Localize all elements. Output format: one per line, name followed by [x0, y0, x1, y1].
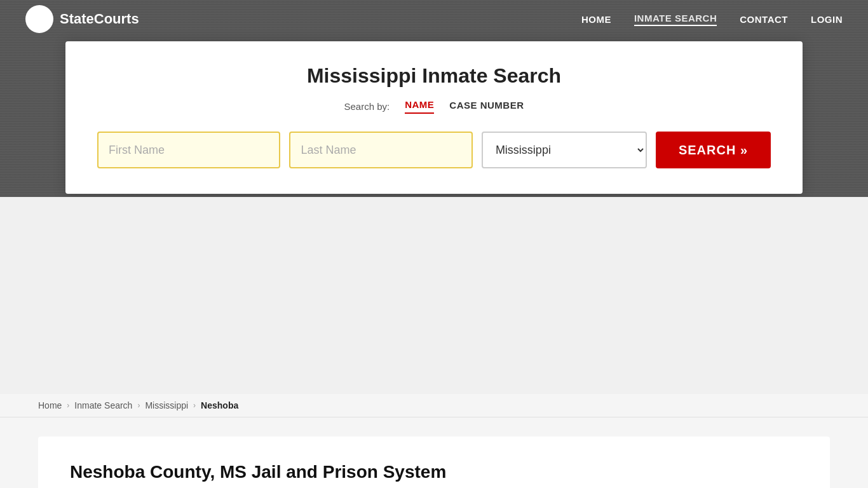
breadcrumb-inmate-search[interactable]: Inmate Search — [74, 400, 132, 410]
main-content: Neshoba County, MS Jail and Prison Syste… — [0, 417, 868, 488]
breadcrumb-sep-1: › — [67, 401, 69, 410]
breadcrumb-state[interactable]: Mississippi — [145, 400, 188, 410]
navbar: 🏛 StateCourts HOME INMATE SEARCH CONTACT… — [0, 0, 868, 38]
breadcrumb-current: Neshoba — [201, 400, 238, 410]
first-name-input[interactable] — [97, 132, 280, 168]
logo-link[interactable]: 🏛 StateCourts — [25, 5, 139, 33]
nav-home[interactable]: HOME — [581, 14, 611, 25]
breadcrumb-home[interactable]: Home — [38, 400, 62, 410]
nav-contact[interactable]: CONTACT — [740, 14, 788, 25]
logo-icon: 🏛 — [25, 5, 53, 33]
breadcrumb-sep-3: › — [193, 401, 196, 410]
breadcrumb-sep-2: › — [137, 401, 140, 410]
nav-login[interactable]: LOGIN — [811, 14, 843, 25]
search-by-row: Search by: NAME CASE NUMBER — [97, 99, 771, 114]
last-name-input[interactable] — [289, 132, 472, 168]
tab-case-number[interactable]: CASE NUMBER — [449, 100, 524, 113]
search-by-label: Search by: — [344, 101, 390, 112]
search-button[interactable]: SEARCH » — [656, 132, 771, 168]
logo-text: StateCourts — [60, 11, 139, 27]
nav-links: HOME INMATE SEARCH CONTACT LOGIN — [581, 13, 843, 26]
header: COURTHOUSE 🏛 StateCourts HOME INMATE SEA… — [0, 0, 868, 197]
search-card: Mississippi Inmate Search Search by: NAM… — [65, 41, 803, 194]
search-card-title: Mississippi Inmate Search — [97, 64, 771, 88]
state-select[interactable]: Mississippi Alabama Arkansas Louisiana T… — [482, 132, 647, 168]
content-card: Neshoba County, MS Jail and Prison Syste… — [38, 437, 830, 488]
breadcrumb: Home › Inmate Search › Mississippi › Nes… — [0, 394, 868, 417]
search-fields: Mississippi Alabama Arkansas Louisiana T… — [97, 132, 771, 168]
nav-inmate-search[interactable]: INMATE SEARCH — [634, 13, 717, 26]
tab-name[interactable]: NAME — [405, 99, 434, 114]
county-title: Neshoba County, MS Jail and Prison Syste… — [70, 462, 798, 482]
